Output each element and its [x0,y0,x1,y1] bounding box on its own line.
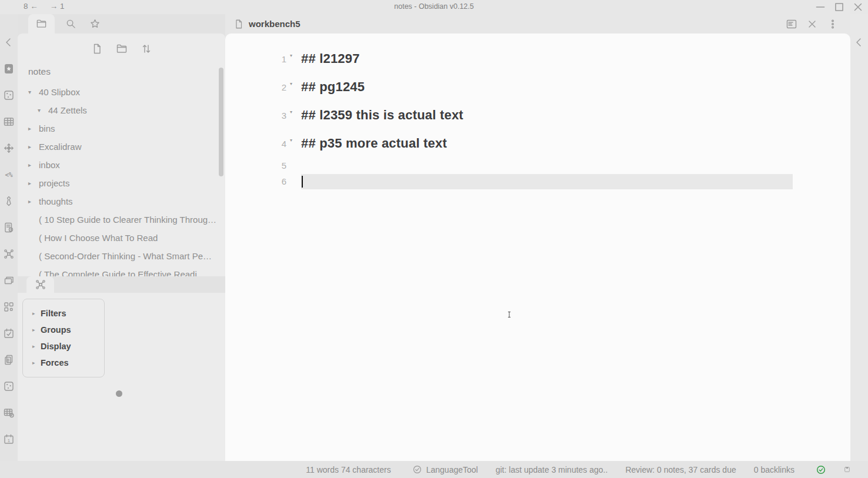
line-text: ## l2359 this is actual text [301,108,850,123]
collapse-arrow-icon: ▾ [28,89,39,95]
table-icon[interactable] [3,116,15,128]
text-caret [302,176,303,188]
templater-icon[interactable]: <% [3,169,15,180]
history-forward-count[interactable]: → 1 [50,2,65,11]
tree-file-item[interactable]: ( 10 Step Guide to Clearer Thinking Thro… [18,210,225,229]
git-status[interactable]: git: last update 3 minutes ago.. [496,465,608,474]
tree-item-label: inbox [39,160,68,170]
editor-header-actions [786,18,839,30]
svg-text:1: 1 [8,438,11,443]
graph-pane: ▸Filters▸Groups▸Display▸Forces [18,276,225,461]
vault-name[interactable]: notes [28,66,225,77]
editor-line[interactable]: 5 [225,158,850,173]
line-number: 2 [225,82,286,92]
editor-line[interactable]: 3▾## l2359 this is actual text [225,101,850,129]
sidebar-tab-folder[interactable] [28,14,55,34]
minimize-button[interactable] [814,1,827,14]
dice-icon[interactable] [3,380,15,392]
copy-documents-icon[interactable] [3,354,15,366]
tree-folder-item[interactable]: ▸projects [18,174,225,192]
editor-header: workbench5 [225,14,850,34]
tab-local-graph[interactable] [26,276,54,293]
graph-node[interactable] [116,390,122,397]
arrow-left-icon: ← [30,2,38,11]
maximize-button[interactable] [833,1,846,14]
graph-icon[interactable] [3,248,15,260]
bookmark-star-icon[interactable] [3,63,15,75]
languagetool-status[interactable]: LanguageTool [412,464,478,474]
explorer-scrollbar[interactable] [219,68,223,176]
blocks-icon[interactable] [3,301,15,313]
editor-line[interactable]: 4▾## p35 more actual text [225,129,850,158]
calendar-day-icon[interactable]: 1 [3,433,15,445]
reading-view-button[interactable] [786,18,797,30]
table-gear-icon[interactable] [3,407,15,419]
expand-arrow-icon: ▸ [28,180,39,186]
tree-file-item[interactable]: ( The Complete Guide to Effective Readi… [18,265,225,276]
sidebar-tab-search[interactable] [60,14,81,34]
editor-line[interactable]: 6 [225,173,850,189]
line-text [301,158,850,173]
expand-arrow-icon: ▸ [28,198,39,205]
tie-icon[interactable] [3,195,15,207]
line-number: 1 [225,54,286,64]
file-explorer-pane: notes ▾40 Slipbox▾44 Zettels▸bins▸Excali… [18,34,225,276]
word-count: 11 words 74 characters [306,465,390,474]
svg-text:<%: <% [5,171,13,179]
tree-folder-item[interactable]: ▾44 Zettels [18,101,225,119]
tree-file-item[interactable]: ( How I Choose What To Read [18,229,225,247]
tree-folder-item[interactable]: ▾40 Slipbox [18,83,225,101]
graph-section-groups[interactable]: ▸Groups [23,322,104,338]
graph-section-forces[interactable]: ▸Forces [23,355,104,371]
sidebar-tabstrip [18,14,225,34]
circle-check-icon [412,464,422,474]
backlinks-count[interactable]: 0 backlinks [754,465,794,474]
graph-tabstrip [18,276,225,293]
editor-lines: 1▾## l212972▾## pg12453▾## l2359 this is… [225,34,850,189]
new-folder-button[interactable] [116,43,128,55]
expand-arrow-icon: ▸ [28,125,39,132]
graph-settings-card: ▸Filters▸Groups▸Display▸Forces [22,299,105,377]
close-button[interactable] [852,1,864,14]
file-tree: ▾40 Slipbox▾44 Zettels▸bins▸Excalidraw▸i… [18,83,225,276]
graph-section-filters[interactable]: ▸Filters [23,305,104,322]
tree-item-label: ( The Complete Guide to Effective Readi… [39,269,214,276]
tree-item-label: thoughts [39,196,81,206]
tree-item-label: 44 Zettels [48,105,95,115]
more-options-button[interactable] [827,18,839,30]
calendar-check-icon[interactable] [3,327,15,339]
search-icon [65,18,76,29]
new-file-button[interactable] [91,43,103,55]
tree-file-item[interactable]: ( Second-Order Thinking - What Smart Pe… [18,247,225,265]
line-text: ## l21297 [301,51,850,66]
dice-icon[interactable] [3,89,15,101]
titlebar: 8 ← → 1 notes - Obsidian v0.12.5 [0,0,868,14]
window-title: notes - Obsidian v0.12.5 [176,2,692,11]
editor-pane: workbench5 1▾## l212972▾## pg12453▾## l2… [225,14,850,461]
editor-body[interactable]: 1▾## l212972▾## pg12453▾## l2359 this is… [225,34,850,461]
history-back-count[interactable]: 8 ← [24,2,38,11]
graph-section-label: Forces [41,358,69,367]
tree-folder-item[interactable]: ▸bins [18,119,225,138]
editor-line[interactable]: 2▾## pg1245 [225,73,850,101]
move-arrows-icon[interactable] [3,142,15,154]
sidebar-tab-star[interactable] [84,14,105,34]
graph-section-label: Groups [41,325,71,335]
left-ribbon: <%1 [0,14,18,461]
tree-folder-item[interactable]: ▸Excalidraw [18,138,225,156]
collapse-left-sidebar-button[interactable] [3,36,15,48]
card-stack-icon[interactable] [3,275,15,286]
ok-status[interactable] [816,464,826,475]
expand-arrow-icon: ▸ [28,143,39,150]
review-status[interactable]: Review: 0 notes, 37 cards due [625,465,736,474]
tree-folder-item[interactable]: ▸thoughts [18,192,225,210]
tree-folder-item[interactable]: ▸inbox [18,156,225,174]
green-circle-check-icon [816,464,826,475]
tree-item-label: Excalidraw [39,142,90,152]
sort-button[interactable] [141,43,152,55]
close-button[interactable] [806,18,818,30]
expand-right-sidebar-button[interactable] [853,36,865,48]
graph-section-display[interactable]: ▸Display [23,338,104,355]
document-gear-icon[interactable] [3,222,15,233]
editor-line[interactable]: 1▾## l21297 [225,45,850,73]
